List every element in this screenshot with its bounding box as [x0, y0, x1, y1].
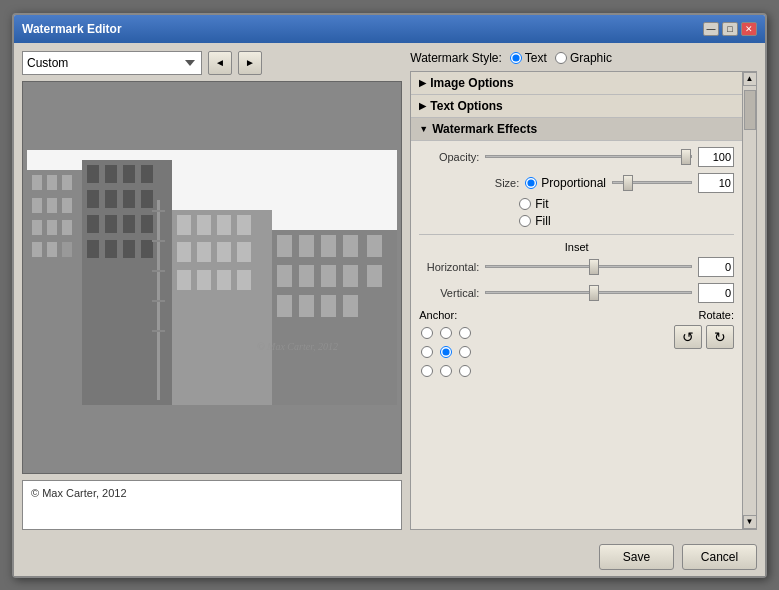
- watermark-style-row: Watermark Style: Text Graphic: [410, 51, 757, 71]
- image-options-arrow: ▶: [419, 78, 426, 88]
- style-graphic-option[interactable]: Graphic: [555, 51, 612, 65]
- style-graphic-radio[interactable]: [555, 52, 567, 64]
- anchor-rotate-section: Anchor:: [419, 309, 734, 379]
- size-fill-option[interactable]: Fill: [519, 214, 550, 228]
- horizontal-slider-track: [485, 265, 692, 268]
- title-bar: Watermark Editor — □ ✕: [14, 15, 765, 43]
- anchor-tc[interactable]: [438, 325, 454, 341]
- sections-inner: ▶ Image Options ▶ Text Options ▼ Waterma…: [411, 72, 742, 529]
- rotate-buttons: ↺ ↻: [585, 325, 734, 349]
- left-panel: Custom ◄ ►: [22, 51, 402, 530]
- svg-rect-22: [123, 190, 135, 208]
- style-text-option[interactable]: Text: [510, 51, 547, 65]
- svg-rect-54: [321, 235, 336, 257]
- svg-rect-46: [237, 242, 251, 262]
- size-proportional-radio[interactable]: [525, 177, 537, 189]
- svg-rect-63: [299, 295, 314, 317]
- size-fit-option[interactable]: Fit: [519, 197, 548, 211]
- svg-rect-62: [277, 295, 292, 317]
- rotate-ccw-button[interactable]: ↺: [674, 325, 702, 349]
- size-slider-track: [612, 181, 692, 184]
- preview-image: © Max Carter, 2012: [27, 150, 397, 405]
- svg-rect-45: [217, 242, 231, 262]
- svg-rect-30: [123, 240, 135, 258]
- svg-rect-25: [105, 215, 117, 233]
- right-panel: Watermark Style: Text Graphic ▶ Image Op…: [410, 51, 757, 530]
- scroll-down-button[interactable]: ▼: [743, 515, 757, 529]
- opacity-slider-thumb[interactable]: [681, 149, 691, 165]
- next-button[interactable]: ►: [238, 51, 262, 75]
- size-fill-radio[interactable]: [519, 215, 531, 227]
- scroll-up-button[interactable]: ▲: [743, 72, 757, 86]
- opacity-value[interactable]: 100: [698, 147, 734, 167]
- close-button[interactable]: ✕: [741, 22, 757, 36]
- svg-rect-21: [105, 190, 117, 208]
- size-slider-container: [612, 175, 692, 191]
- watermark-effects-header[interactable]: ▼ Watermark Effects: [411, 118, 742, 141]
- anchor-mr[interactable]: [457, 344, 473, 360]
- size-fit-label: Fit: [535, 197, 548, 211]
- svg-rect-13: [47, 242, 57, 257]
- rotate-cw-button[interactable]: ↻: [706, 325, 734, 349]
- horizontal-slider-thumb[interactable]: [589, 259, 599, 275]
- anchor-bc[interactable]: [438, 363, 454, 379]
- svg-rect-5: [62, 175, 72, 190]
- image-options-label: Image Options: [430, 76, 513, 90]
- svg-rect-8: [62, 198, 72, 213]
- svg-rect-27: [141, 215, 153, 233]
- minimize-button[interactable]: —: [703, 22, 719, 36]
- anchor-tr[interactable]: [457, 325, 473, 341]
- svg-rect-42: [237, 215, 251, 235]
- style-text-radio[interactable]: [510, 52, 522, 64]
- svg-rect-52: [277, 235, 292, 257]
- caption-text: © Max Carter, 2012: [31, 487, 127, 499]
- image-options-header[interactable]: ▶ Image Options: [411, 72, 742, 95]
- vertical-value[interactable]: 0: [698, 283, 734, 303]
- size-fill-row: Fill: [419, 214, 734, 228]
- opacity-row: Opacity: 100: [419, 147, 734, 167]
- svg-rect-12: [32, 242, 42, 257]
- anchor-label: Anchor:: [419, 309, 568, 321]
- svg-rect-4: [47, 175, 57, 190]
- title-bar-buttons: — □ ✕: [703, 22, 757, 36]
- anchor-bl[interactable]: [419, 363, 435, 379]
- maximize-button[interactable]: □: [722, 22, 738, 36]
- vertical-label: Vertical:: [419, 287, 479, 299]
- svg-rect-18: [123, 165, 135, 183]
- size-value[interactable]: 10: [698, 173, 734, 193]
- anchor-tl[interactable]: [419, 325, 435, 341]
- svg-rect-31: [141, 240, 153, 258]
- svg-rect-38: [172, 210, 272, 405]
- text-options-header[interactable]: ▶ Text Options: [411, 95, 742, 118]
- style-dropdown[interactable]: Custom: [22, 51, 202, 75]
- svg-rect-37: [152, 330, 165, 332]
- anchor-ml[interactable]: [419, 344, 435, 360]
- vertical-slider-thumb[interactable]: [589, 285, 599, 301]
- svg-text:© Max Carter, 2012: © Max Carter, 2012: [257, 341, 338, 352]
- svg-rect-47: [177, 270, 191, 290]
- svg-rect-26: [123, 215, 135, 233]
- anchor-mc[interactable]: [438, 344, 454, 360]
- svg-rect-28: [87, 240, 99, 258]
- size-fit-radio[interactable]: [519, 198, 531, 210]
- svg-rect-14: [62, 242, 72, 257]
- horizontal-value[interactable]: 0: [698, 257, 734, 277]
- svg-rect-24: [87, 215, 99, 233]
- svg-rect-9: [32, 220, 42, 235]
- cancel-button[interactable]: Cancel: [682, 544, 757, 570]
- svg-rect-58: [299, 265, 314, 287]
- opacity-slider-track: [485, 155, 692, 158]
- vertical-row: Vertical: 0: [419, 283, 734, 303]
- size-slider-thumb[interactable]: [623, 175, 633, 191]
- prev-button[interactable]: ◄: [208, 51, 232, 75]
- sections-container: ▶ Image Options ▶ Text Options ▼ Waterma…: [410, 71, 757, 530]
- horizontal-row: Horizontal: 0: [419, 257, 734, 277]
- size-proportional-option[interactable]: Proportional: [525, 176, 606, 190]
- svg-rect-7: [47, 198, 57, 213]
- scroll-thumb[interactable]: [744, 90, 756, 130]
- svg-rect-43: [177, 242, 191, 262]
- svg-rect-65: [343, 295, 358, 317]
- anchor-br[interactable]: [457, 363, 473, 379]
- save-button[interactable]: Save: [599, 544, 674, 570]
- anchor-section: Anchor:: [419, 309, 568, 379]
